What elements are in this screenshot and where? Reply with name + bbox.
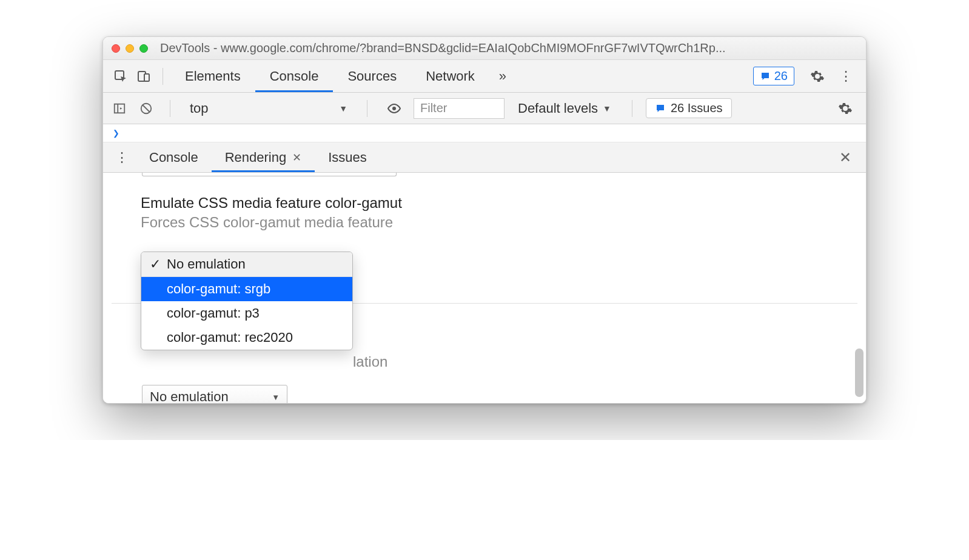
divider (367, 100, 367, 117)
tab-label: Console (270, 68, 319, 84)
console-toolbar: top ▼ Default levels ▼ 26 Issues (103, 93, 866, 124)
window-title: DevTools - www.google.com/chrome/?brand=… (160, 41, 857, 55)
rendering-pane: Emulate CSS media feature color-gamut Fo… (103, 173, 866, 403)
live-expression-icon[interactable] (381, 101, 407, 116)
titlebar: DevTools - www.google.com/chrome/?brand=… (103, 37, 866, 60)
tab-elements[interactable]: Elements (170, 60, 255, 92)
console-prompt[interactable]: ❯ (103, 124, 866, 142)
divider (163, 68, 163, 85)
tab-console[interactable]: Console (255, 60, 334, 92)
vision-deficiency-select[interactable]: No emulation ▼ (142, 385, 287, 404)
tab-label: Network (426, 68, 475, 84)
tab-label: Elements (185, 68, 241, 84)
message-icon (655, 103, 666, 114)
dropdown-option-no-emulation[interactable]: ✓ No emulation (141, 252, 352, 276)
close-window-button[interactable] (112, 44, 120, 53)
issues-label: 26 Issues (671, 101, 723, 115)
message-icon (760, 71, 771, 82)
drawer-tab-strip: ⋮ Console Rendering ✕ Issues ✕ (103, 142, 866, 173)
divider (170, 100, 170, 117)
scrollbar-thumb[interactable] (855, 348, 863, 397)
select-value: No emulation (150, 389, 229, 404)
option-label: color-gamut: p3 (167, 305, 260, 321)
issues-count: 26 (774, 69, 788, 83)
console-settings-icon[interactable] (831, 101, 860, 116)
clear-console-icon[interactable] (136, 98, 156, 119)
svg-point-6 (392, 107, 396, 110)
filter-input[interactable] (414, 98, 505, 119)
context-value: top (190, 101, 209, 116)
drawer-more-icon[interactable]: ⋮ (108, 150, 136, 165)
levels-label: Default levels (518, 101, 598, 116)
chevron-down-icon: ▼ (272, 393, 280, 402)
option-label: No emulation (167, 256, 246, 272)
issues-badge[interactable]: 26 (753, 67, 794, 85)
dropdown-option-rec2020[interactable]: color-gamut: rec2020 (141, 325, 352, 350)
device-toggle-icon[interactable] (132, 65, 155, 88)
drawer-tab-label: Rendering (225, 150, 287, 165)
section-description: Forces CSS color-gamut media feature (141, 214, 866, 231)
dropdown-option-srgb[interactable]: color-gamut: srgb (141, 277, 352, 301)
svg-rect-2 (144, 74, 149, 81)
check-icon: ✓ (150, 256, 161, 272)
svg-rect-3 (115, 104, 125, 113)
dropdown-option-p3[interactable]: color-gamut: p3 (141, 301, 352, 325)
main-tab-strip: Elements Console Sources Network » 26 ⋮ (103, 60, 866, 93)
settings-icon[interactable] (803, 69, 832, 84)
devtools-window: DevTools - www.google.com/chrome/?brand=… (102, 36, 867, 404)
close-drawer-icon[interactable]: ✕ (830, 149, 861, 166)
drawer-tab-console[interactable]: Console (136, 142, 212, 172)
zoom-window-button[interactable] (139, 44, 148, 53)
tab-network[interactable]: Network (411, 60, 489, 92)
option-label: color-gamut: rec2020 (167, 330, 293, 345)
more-tabs-icon[interactable]: » (489, 68, 516, 84)
color-gamut-dropdown[interactable]: ✓ No emulation color-gamut: srgb color-g… (141, 252, 353, 350)
obscured-text-tail: lation (353, 353, 387, 370)
svg-line-5 (143, 105, 150, 112)
chevron-down-icon: ▼ (339, 104, 347, 113)
option-label: color-gamut: srgb (167, 281, 270, 297)
drawer-tab-label: Console (149, 150, 198, 165)
drawer-tab-rendering[interactable]: Rendering ✕ (212, 142, 315, 172)
drawer-tab-issues[interactable]: Issues (315, 142, 380, 172)
inspect-element-icon[interactable] (109, 65, 132, 88)
previous-select-bottom (142, 173, 397, 176)
tab-label: Sources (347, 68, 397, 84)
issues-button[interactable]: 26 Issues (646, 98, 732, 118)
close-tab-icon[interactable]: ✕ (292, 151, 301, 164)
traffic-lights (112, 44, 148, 53)
minimize-window-button[interactable] (126, 44, 134, 53)
divider (632, 100, 632, 117)
toggle-sidebar-icon[interactable] (109, 98, 130, 119)
section-title: Emulate CSS media feature color-gamut (141, 195, 866, 212)
chevron-down-icon: ▼ (603, 104, 611, 113)
context-selector[interactable]: top ▼ (184, 98, 354, 119)
drawer-tab-label: Issues (328, 150, 367, 165)
more-menu-icon[interactable]: ⋮ (832, 68, 860, 84)
log-levels-selector[interactable]: Default levels ▼ (511, 101, 619, 116)
tab-sources[interactable]: Sources (333, 60, 411, 92)
